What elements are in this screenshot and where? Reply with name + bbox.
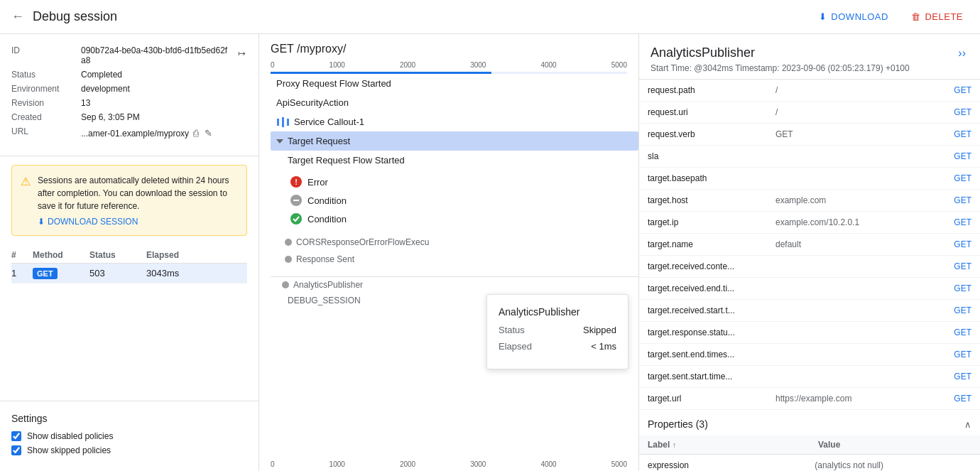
download-button[interactable]: ⬇ DOWNLOAD (813, 9, 894, 25)
prop-name: target.response.statu... (639, 322, 767, 344)
property-row[interactable]: target.received.end.ti... GET (639, 278, 980, 300)
prop-value: / (767, 102, 944, 124)
flow-status-condition1[interactable]: Condition (288, 191, 621, 210)
flow-status-error[interactable]: ! Error (288, 173, 621, 191)
analytics-publisher-row[interactable]: AnalyticsPublisher (271, 276, 638, 293)
popup-title: AnalyticsPublisher (499, 306, 616, 318)
download-session-link[interactable]: ⬇ DOWNLOAD SESSION (38, 217, 238, 227)
sub-prop-label: expression (639, 455, 806, 471)
cors-dot-icon (285, 239, 292, 246)
property-row[interactable]: sla GET (639, 146, 980, 168)
left-panel: ID 090b72a4-be0a-430b-bfd6-d1fb5ed62fa8 … (0, 34, 259, 471)
prop-name: sla (639, 146, 767, 168)
table-header: # Method Status Elapsed (11, 244, 247, 264)
back-icon: ← (11, 9, 24, 24)
flow-status-condition2-label: Condition (307, 214, 347, 224)
tick-b-5000: 5000 (611, 460, 627, 468)
property-row[interactable]: target.received.start.t... GET (639, 300, 980, 322)
topbar-actions: ⬇ DOWNLOAD 🗑 DELETE (813, 9, 969, 25)
id-label: ID (11, 45, 75, 55)
prop-value: example.com (767, 190, 944, 212)
tick-b-2000: 2000 (400, 460, 415, 468)
svg-rect-3 (293, 200, 299, 201)
flow-status-condition1-label: Condition (307, 195, 347, 206)
prop-method: GET (944, 256, 980, 278)
nav-right-button[interactable]: ›› (955, 45, 969, 61)
property-row[interactable]: target.name default GET (639, 234, 980, 256)
property-row[interactable]: target.host example.com GET (639, 190, 980, 212)
prop-name: target.sent.start.time... (639, 366, 767, 388)
prop-value: example.com/10.2.0.1 (767, 212, 944, 234)
property-row[interactable]: target.url https://example.com GET (639, 388, 980, 410)
show-disabled-checkbox[interactable]: Show disabled policies (11, 431, 247, 441)
flow-item-target-start-label: Target Request Flow Started (288, 155, 405, 166)
tick-3000: 3000 (470, 61, 486, 69)
prop-name: target.received.conte... (639, 256, 767, 278)
prop-value (767, 344, 944, 366)
property-row[interactable]: target.sent.start.time... GET (639, 366, 980, 388)
property-row[interactable]: request.uri / GET (639, 102, 980, 124)
settings-title: Settings (11, 413, 247, 424)
status-row: Status Completed (11, 70, 247, 80)
show-disabled-label: Show disabled policies (27, 431, 113, 441)
created-value: Sep 6, 3:05 PM (81, 112, 140, 122)
table-row[interactable]: 1 GET 503 3043ms (11, 264, 247, 283)
tick-b-3000: 3000 (470, 460, 486, 468)
flow-content: Proxy Request Flow Started ApiSecurityAc… (259, 74, 638, 455)
show-skipped-input[interactable] (11, 445, 21, 455)
revision-value: 13 (81, 98, 90, 108)
env-row: Environment development (11, 84, 247, 94)
tick-5000: 5000 (611, 61, 627, 69)
response-sent-label: Response Sent (296, 254, 354, 264)
property-row[interactable]: target.sent.end.times... GET (639, 344, 980, 366)
prop-method: GET (944, 102, 980, 124)
prop-value: default (767, 234, 944, 256)
collapse-properties-icon[interactable]: ∧ (964, 419, 971, 430)
property-row[interactable]: request.path / GET (639, 80, 980, 102)
prop-name: request.verb (639, 124, 767, 146)
sc-bar1 (277, 119, 279, 126)
collapse-icon[interactable]: ↦ (236, 47, 247, 60)
show-skipped-checkbox[interactable]: Show skipped policies (11, 445, 247, 455)
back-button[interactable]: ← (11, 9, 24, 24)
property-row[interactable]: target.received.conte... GET (639, 256, 980, 278)
prop-method: GET (944, 146, 980, 168)
prop-name: target.received.end.ti... (639, 278, 767, 300)
flow-status-condition2[interactable]: Condition (288, 210, 621, 228)
show-disabled-input[interactable] (11, 431, 21, 441)
property-row[interactable]: target.ip example.com/10.2.0.1 GET (639, 212, 980, 234)
flow-item-target-request[interactable]: Target Request (271, 131, 638, 151)
page-title: Debug session (33, 9, 117, 24)
property-row[interactable]: target.basepath GET (639, 168, 980, 190)
url-value: ...amer-01.example/myproxy (81, 129, 189, 139)
tick-b-1000: 1000 (330, 460, 345, 468)
properties-section-title: Properties (3) (648, 418, 708, 430)
chevron-down-icon (276, 139, 283, 144)
flow-cors-row[interactable]: CORSResponseOrErrorFlowExecu (282, 234, 633, 251)
sc-bar3 (287, 119, 289, 126)
row-status: 503 (89, 268, 146, 278)
tick-b-4000: 4000 (540, 460, 556, 468)
flow-response-sent-row[interactable]: Response Sent (282, 251, 633, 268)
delete-button[interactable]: 🗑 DELETE (905, 9, 969, 25)
timeline-axis-top: 0 1000 2000 3000 4000 5000 (259, 58, 638, 72)
property-row[interactable]: target.response.statu... GET (639, 322, 980, 344)
id-row: ID 090b72a4-be0a-430b-bfd6-d1fb5ed62fa8 … (11, 45, 247, 65)
prop-value (767, 300, 944, 322)
copy-url-button[interactable]: ⎙ (192, 126, 200, 140)
right-header-text: AnalyticsPublisher Start Time: @3042ms T… (650, 45, 910, 73)
flow-item-target-start[interactable]: Target Request Flow Started (282, 151, 638, 170)
flow-item-api-security[interactable]: ApiSecurityAction (271, 93, 638, 112)
tick-2000: 2000 (400, 61, 415, 69)
property-row[interactable]: request.verb GET GET (639, 124, 980, 146)
show-skipped-label: Show skipped policies (27, 445, 111, 455)
prop-value (767, 366, 944, 388)
col-label-header: Label ↑ (639, 435, 810, 454)
sub-props-header: Label ↑ Value (639, 435, 980, 455)
edit-url-button[interactable]: ✎ (203, 126, 214, 140)
flow-item-service-callout[interactable]: Service Callout-1 (271, 112, 638, 131)
svg-text:!: ! (295, 178, 298, 186)
revision-label: Revision (11, 98, 75, 108)
flow-item-proxy-start[interactable]: Proxy Request Flow Started (271, 74, 638, 93)
prop-method: GET (944, 190, 980, 212)
